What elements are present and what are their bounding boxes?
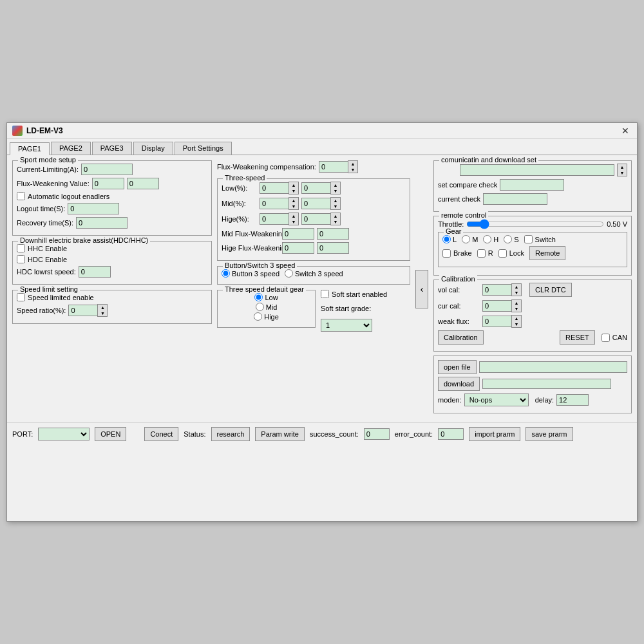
switch3-radio[interactable] (285, 269, 293, 278)
hige-flux-input2[interactable] (317, 242, 349, 254)
import-param-button[interactable]: import prarm (469, 427, 520, 441)
weak-flux-input[interactable] (482, 316, 511, 327)
flux-weakening-row: Flux-Weakening Value: (17, 178, 207, 189)
button3-radio-item: Button 3 speed (222, 269, 279, 278)
comm-top-input[interactable] (460, 164, 614, 176)
close-button[interactable]: ✕ (619, 126, 632, 136)
r-checkbox[interactable] (477, 249, 486, 258)
set-compare-input[interactable] (500, 179, 564, 191)
reset-button[interactable]: RESET (560, 330, 595, 345)
gear-s-radio[interactable] (504, 235, 512, 243)
tab-port-settings[interactable]: Port Settings (175, 142, 232, 155)
weak-up[interactable]: ▲ (512, 316, 521, 321)
open-file-button[interactable]: open file (438, 360, 477, 374)
cur-down[interactable]: ▼ (512, 306, 521, 312)
clr-dtc-button[interactable]: CLR DTC (529, 283, 572, 297)
cur-cal-input[interactable] (482, 300, 511, 312)
brake-checkbox[interactable] (442, 249, 451, 258)
mid-input1[interactable] (260, 198, 289, 209)
flux-comp-down-btn[interactable]: ▼ (348, 167, 357, 173)
tab-display[interactable]: Display (133, 142, 173, 155)
mid-flux-input2[interactable] (317, 228, 349, 240)
throttle-slider[interactable] (466, 219, 604, 229)
download-button[interactable]: download (438, 377, 480, 391)
vol-up[interactable]: ▲ (512, 284, 521, 290)
mid-input2[interactable] (301, 198, 330, 209)
port-select[interactable] (38, 428, 90, 440)
mid-up2[interactable]: ▲ (331, 198, 340, 204)
current-check-input[interactable] (483, 193, 547, 205)
lock-checkbox[interactable] (498, 249, 507, 258)
logout-time-input[interactable] (68, 203, 119, 214)
flux-weakening-input1[interactable] (92, 178, 124, 189)
tab-page2[interactable]: PAGE2 (51, 142, 91, 155)
gear-h-radio[interactable] (483, 235, 491, 243)
hige-up1[interactable]: ▲ (289, 213, 298, 219)
flux-weakening-input2[interactable] (127, 178, 159, 189)
default-hige-radio[interactable] (254, 312, 262, 321)
gear-m-radio[interactable] (462, 235, 470, 243)
hige-down2[interactable]: ▼ (331, 219, 340, 225)
collapse-button[interactable]: ‹ (415, 270, 428, 308)
button3-radio[interactable] (222, 269, 230, 278)
speed-limited-checkbox[interactable] (17, 293, 25, 301)
open-port-button[interactable]: OPEN (95, 427, 126, 441)
recovery-time-input[interactable] (76, 217, 128, 229)
speed-ratio-input[interactable] (68, 305, 97, 316)
low-down2[interactable]: ▼ (331, 188, 340, 194)
success-count-input[interactable] (364, 428, 390, 440)
hhc-enable-checkbox[interactable] (17, 244, 25, 252)
default-low-radio[interactable] (254, 293, 263, 301)
gear-l-radio[interactable] (442, 235, 451, 243)
tab-page3[interactable]: PAGE3 (92, 142, 132, 155)
hige-flux-input1[interactable] (282, 242, 314, 254)
low-up2[interactable]: ▲ (331, 182, 340, 188)
connect-button[interactable]: Conect (144, 427, 178, 441)
low-up1[interactable]: ▲ (289, 182, 298, 188)
soft-start-checkbox[interactable] (321, 290, 329, 298)
weak-down[interactable]: ▼ (512, 321, 521, 327)
error-count-input[interactable] (438, 428, 464, 440)
hdc-lowest-input[interactable] (79, 266, 111, 278)
flux-comp-up-btn[interactable]: ▲ (348, 161, 357, 167)
auto-logout-checkbox[interactable] (17, 192, 25, 200)
mid-flux-input1[interactable] (282, 228, 314, 240)
vol-cal-input[interactable] (482, 284, 511, 296)
delay-input[interactable] (556, 394, 589, 406)
current-limiting-input[interactable] (81, 164, 133, 175)
vol-down[interactable]: ▼ (512, 290, 521, 296)
moden-select[interactable]: No-ops (464, 393, 529, 406)
open-file-input[interactable] (479, 361, 627, 373)
can-checkbox[interactable] (601, 334, 610, 342)
speed-ratio-down-btn[interactable]: ▼ (98, 310, 107, 316)
hige-up2[interactable]: ▲ (331, 213, 340, 219)
mid-up1[interactable]: ▲ (289, 198, 298, 204)
flux-comp-input[interactable] (319, 161, 348, 173)
soft-start-grade-select[interactable]: 1 2 3 (321, 319, 372, 332)
hige-input2[interactable] (301, 213, 330, 225)
mid-down2[interactable]: ▼ (331, 204, 340, 209)
param-write-button[interactable]: Param write (255, 427, 305, 441)
comm-down-btn[interactable]: ▼ (618, 170, 627, 176)
cur-cal-spinbox: ▲▼ (482, 299, 522, 312)
gear-h-item: H (483, 235, 498, 243)
low-down1[interactable]: ▼ (289, 188, 298, 194)
speed-ratio-up-btn[interactable]: ▲ (98, 305, 107, 310)
flux-weakening-label: Flux-Weakening Value: (17, 180, 90, 187)
research-button[interactable]: research (211, 427, 251, 441)
low-input2[interactable] (301, 182, 330, 194)
hige-down1[interactable]: ▼ (289, 219, 298, 225)
low-input1[interactable] (260, 182, 289, 194)
hdc-enable-checkbox[interactable] (17, 255, 25, 263)
remote-button[interactable]: Remote (529, 246, 566, 260)
default-mid-radio[interactable] (256, 303, 264, 311)
hige-input1[interactable] (260, 213, 289, 225)
save-param-button[interactable]: save prarm (526, 427, 573, 441)
gear-switch-checkbox[interactable] (524, 235, 533, 243)
calibration-button[interactable]: Calibration (438, 330, 484, 345)
tab-page1[interactable]: PAGE1 (10, 142, 50, 155)
mid-down1[interactable]: ▼ (289, 204, 298, 209)
comm-up-btn[interactable]: ▲ (618, 164, 627, 170)
cur-up[interactable]: ▲ (512, 300, 521, 306)
hdc-enable-row: HDC Enable (17, 255, 207, 263)
